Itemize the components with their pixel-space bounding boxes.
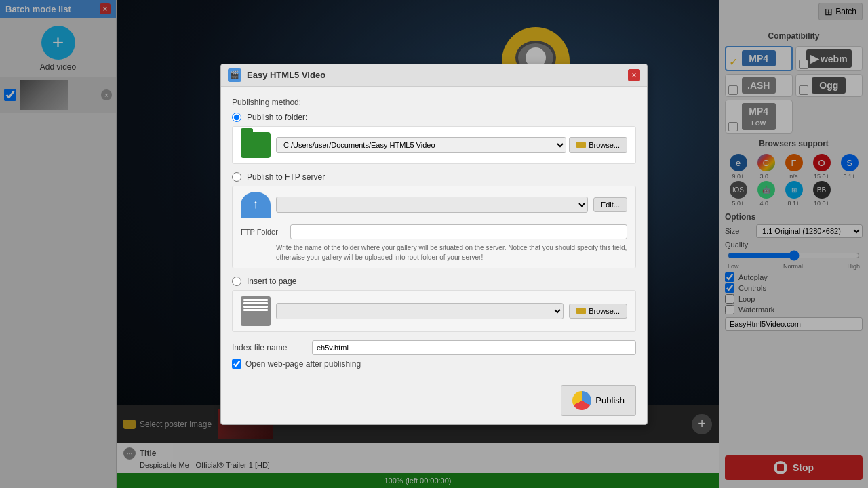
insert-browse-icon [576,308,586,314]
line-bar-1 [243,299,268,301]
ftp-section: Publish to FTP server ↑ Edit... [232,172,636,268]
folder-browse-label: Browse... [589,141,620,149]
folder-browse-button[interactable]: Browse... [569,137,627,153]
insert-radio-label: Insert to page [247,277,296,286]
dialog-overlay: 🎬 Easy HTML5 Video × Publishing method: … [0,0,868,488]
insert-browse-button[interactable]: Browse... [569,304,627,319]
ftp-folder-input[interactable] [290,224,627,239]
ftp-server-select[interactable] [276,197,588,213]
ftp-hint-text: Write the name of the folder where your … [276,243,627,262]
dialog-title: Easy HTML5 Video [247,70,326,80]
insert-row: Browse... [241,296,627,326]
dialog-close-icon: × [631,70,636,80]
ftp-row: ↑ Edit... [241,192,627,218]
line-bar-3 [243,306,268,308]
publish-button[interactable]: Publish [561,385,636,416]
index-file-label: Index file name [232,343,307,352]
ftp-cloud-icon: ↑ [241,192,271,218]
ftp-content: ↑ Edit... FTP Folder Write the name of [232,186,636,268]
folder-row: C:/Users/user/Documents/Easy HTML5 Video… [241,132,627,158]
path-input-row: C:/Users/user/Documents/Easy HTML5 Video… [276,137,627,153]
ftp-folder-label: FTP Folder [241,228,285,236]
insert-radio-row: Insert to page [232,277,636,286]
insert-radio[interactable] [232,277,241,286]
dialog-app-icon: 🎬 [228,68,241,82]
publish-dialog: 🎬 Easy HTML5 Video × Publishing method: … [220,64,648,425]
dialog-titlebar: 🎬 Easy HTML5 Video × [221,64,647,87]
folder-radio[interactable] [232,113,241,122]
ftp-radio-label: Publish to FTP server [247,172,325,182]
ftp-radio-row: Publish to FTP server [232,172,636,182]
folder-path-select[interactable]: C:/Users/user/Documents/Easy HTML5 Video [276,137,566,153]
insert-page-icon [241,296,271,326]
dialog-close-button[interactable]: × [628,69,640,81]
line-bar-2 [243,302,268,304]
open-webpage-label: Open web-page after publishing [245,359,361,369]
ftp-folder-row: FTP Folder [241,224,627,239]
publishing-method-label: Publishing method: [232,98,636,107]
dialog-title-left: 🎬 Easy HTML5 Video [228,68,326,82]
folder-content: C:/Users/user/Documents/Easy HTML5 Video… [232,126,636,164]
line-bar-4 [243,309,268,311]
open-webpage-row: Open web-page after publishing [232,359,636,369]
folder-section: Publish to folder: C:/Users/user/Documen… [232,113,636,164]
ftp-edit-button[interactable]: Edit... [593,197,627,212]
folder-big-icon [241,132,271,158]
dialog-footer: Publish [221,380,647,424]
insert-section: Insert to page [232,277,636,332]
upload-arrow-icon: ↑ [253,197,259,211]
open-webpage-checkbox[interactable] [232,359,241,369]
browse-folder-icon [576,142,586,148]
publish-btn-label: Publish [595,395,625,405]
folder-radio-label: Publish to folder: [247,113,307,122]
index-file-input[interactable] [312,340,636,355]
index-file-row: Index file name [232,340,636,355]
insert-content: Browse... [232,290,636,332]
dialog-body: Publishing method: Publish to folder: C:… [221,87,647,380]
publish-btn-icon [572,391,591,410]
ftp-radio[interactable] [232,172,241,182]
insert-browse-label: Browse... [589,307,620,315]
folder-radio-row: Publish to folder: [232,113,636,122]
insert-page-select[interactable] [276,303,564,319]
ftp-edit-label: Edit... [601,201,620,209]
